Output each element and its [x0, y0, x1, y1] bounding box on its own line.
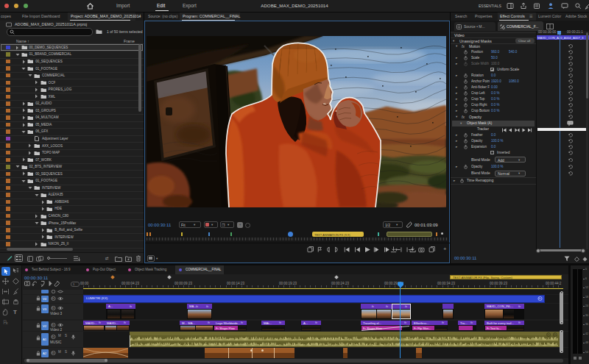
svg-text:fx: fx — [554, 333, 556, 336]
svg-text:fx: fx — [52, 335, 54, 338]
svg-text:fx: fx — [52, 297, 54, 300]
svg-text:fx: fx — [52, 351, 54, 354]
svg-text:fx: fx — [547, 333, 549, 336]
svg-text:fx: fx — [539, 297, 541, 300]
svg-text:fx: fx — [52, 307, 54, 310]
svg-text:fx: fx — [52, 324, 54, 326]
